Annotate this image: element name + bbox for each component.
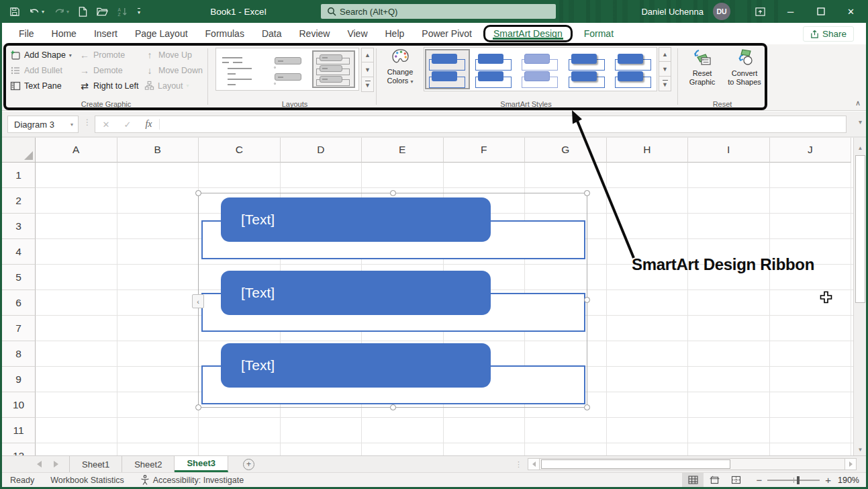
select-all-corner[interactable] <box>2 138 36 163</box>
tab-insert[interactable]: Insert <box>85 25 126 42</box>
selection-handle[interactable] <box>584 297 590 303</box>
selection-handle[interactable] <box>195 190 201 196</box>
zoom-in-icon[interactable]: + <box>825 474 831 486</box>
zoom-level[interactable]: 190% <box>838 476 866 485</box>
sheet-tab-sheet2[interactable]: Sheet2 <box>122 456 175 472</box>
undo-icon[interactable]: ▾ <box>29 7 44 17</box>
row-header-6[interactable]: 6 <box>2 290 36 316</box>
tab-data[interactable]: Data <box>253 25 291 42</box>
formula-input[interactable] <box>160 116 846 132</box>
styles-scroll-down-icon[interactable]: ▼ <box>659 62 671 77</box>
column-header-i[interactable]: I <box>688 138 770 163</box>
column-header-g[interactable]: G <box>525 138 607 163</box>
row-header-8[interactable]: 8 <box>2 341 36 367</box>
row-header-10[interactable]: 10 <box>2 392 36 418</box>
selection-handle[interactable] <box>584 404 590 410</box>
vertical-scrollbar[interactable]: ▲ ▼ <box>853 138 866 455</box>
style-intense-effect-icon[interactable] <box>612 50 655 89</box>
zoom-slider[interactable] <box>767 480 820 481</box>
selection-handle[interactable] <box>584 190 590 196</box>
style-outline-icon[interactable] <box>472 50 516 89</box>
selection-handle[interactable] <box>390 190 396 196</box>
block-list-layout-icon[interactable] <box>265 50 308 88</box>
text-pane-toggle-icon[interactable]: ‹ <box>192 294 204 308</box>
sheet-tab-sheet1[interactable]: Sheet1 <box>69 456 122 472</box>
right-to-left-button[interactable]: ⇄ Right to Left <box>79 81 138 91</box>
convert-to-shapes-button[interactable]: Convert to Shapes <box>724 48 765 87</box>
scroll-down-icon[interactable]: ▼ <box>855 443 866 455</box>
name-box[interactable]: Diagram 3 ▾ <box>7 116 79 133</box>
insert-function-icon[interactable]: fx <box>138 119 160 130</box>
column-header-c[interactable]: C <box>199 138 281 163</box>
column-header-a[interactable]: A <box>36 138 117 163</box>
avatar[interactable]: DU <box>713 3 730 20</box>
new-sheet-icon[interactable]: + <box>243 459 254 470</box>
sheet-tab-sheet3[interactable]: Sheet3 <box>175 456 228 472</box>
user-name[interactable]: Daniel Uchenna <box>641 7 704 17</box>
add-shape-button[interactable]: Add Shape ▾ <box>10 50 72 60</box>
styles-more-icon[interactable]: ▼ <box>659 77 671 91</box>
column-header-b[interactable]: B <box>117 138 199 163</box>
row-header-7[interactable]: 7 <box>2 316 36 341</box>
previous-sheet-icon[interactable] <box>37 461 42 468</box>
selection-handle[interactable] <box>390 404 396 410</box>
horizontal-scrollbar[interactable] <box>528 458 857 470</box>
row-header-11[interactable]: 11 <box>2 418 36 443</box>
column-header-h[interactable]: H <box>607 138 689 163</box>
smartart-shape[interactable]: [Text] <box>221 197 491 242</box>
reset-graphic-button[interactable]: Reset Graphic <box>683 48 722 87</box>
zoom-out-icon[interactable]: − <box>756 474 762 486</box>
search-input[interactable]: Search (Alt+Q) <box>321 4 556 19</box>
row-header-12[interactable]: 12 <box>2 443 36 455</box>
formula-bar-grip[interactable]: ⋮ <box>83 118 91 127</box>
tab-smartart-design[interactable]: SmartArt Design <box>483 25 573 42</box>
smartart-object[interactable]: ‹ [Text][Text][Text] <box>198 193 587 408</box>
tab-power-pivot[interactable]: Power Pivot <box>413 25 481 42</box>
tab-help[interactable]: Help <box>377 25 414 42</box>
add-shape-dropdown-icon[interactable]: ▾ <box>69 52 72 58</box>
tab-format[interactable]: Format <box>575 25 622 42</box>
row-header-3[interactable]: 3 <box>2 214 36 239</box>
ribbon-display-options-icon[interactable] <box>745 0 775 23</box>
selection-handle[interactable] <box>195 404 201 410</box>
accessibility-button[interactable]: Accessibility: Investigate <box>132 475 252 485</box>
smartart-shape[interactable]: [Text] <box>221 271 491 315</box>
tab-formulas[interactable]: Formulas <box>197 25 253 42</box>
tab-view[interactable]: View <box>338 25 376 42</box>
page-break-preview-icon[interactable] <box>725 473 746 487</box>
horizontal-scroll-thumb[interactable] <box>541 459 730 469</box>
column-header-d[interactable]: D <box>281 138 363 163</box>
row-header-9[interactable]: 9 <box>2 367 36 392</box>
column-header-j[interactable]: J <box>770 138 852 163</box>
minimize-icon[interactable]: ─ <box>775 0 806 23</box>
customize-qat-icon[interactable]: ▾ <box>138 8 140 15</box>
list-layout-icon[interactable] <box>218 50 261 88</box>
vertical-scroll-thumb[interactable] <box>855 155 865 303</box>
horizontal-scroll-track[interactable] <box>540 458 845 470</box>
zoom-slider-handle[interactable] <box>797 476 800 484</box>
scroll-right-icon[interactable] <box>845 458 857 470</box>
tab-home[interactable]: Home <box>43 25 85 42</box>
column-header-e[interactable]: E <box>362 138 444 163</box>
text-pane-button[interactable]: Text Pane <box>10 81 62 91</box>
style-subtle-effect-icon[interactable] <box>518 50 562 89</box>
tab-review[interactable]: Review <box>291 25 339 42</box>
workbook-statistics-button[interactable]: Workbook Statistics <box>42 476 132 485</box>
layouts-scroll-down-icon[interactable]: ▼ <box>361 62 374 77</box>
styles-scroll-up-icon[interactable]: ▲ <box>659 47 671 62</box>
page-layout-view-icon[interactable] <box>704 473 725 487</box>
next-sheet-icon[interactable] <box>54 461 58 468</box>
style-moderate-effect-icon[interactable] <box>565 50 609 89</box>
smartart-shape[interactable]: [Text] <box>221 343 491 388</box>
collapse-ribbon-icon[interactable]: ∧ <box>855 99 861 107</box>
tab-file[interactable]: File <box>10 25 43 42</box>
scroll-up-icon[interactable]: ▲ <box>855 142 866 154</box>
row-header-5[interactable]: 5 <box>2 265 36 290</box>
layouts-more-icon[interactable]: ▼ <box>361 77 374 92</box>
scroll-left-icon[interactable] <box>528 458 540 470</box>
name-box-dropdown-icon[interactable]: ▾ <box>70 122 73 128</box>
tab-page-layout[interactable]: Page Layout <box>126 25 197 42</box>
column-header-f[interactable]: F <box>444 138 526 163</box>
change-colors-button[interactable]: Change Colors ▾ <box>380 48 420 86</box>
style-simple-fill-icon[interactable] <box>426 50 469 89</box>
